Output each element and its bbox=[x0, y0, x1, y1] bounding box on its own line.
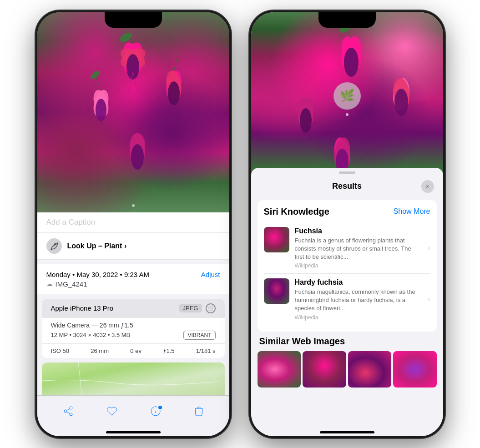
hardy-text: Hardy fuchsia Fuchsia magellanica, commo… bbox=[295, 278, 423, 321]
siri-knowledge-title: Siri Knowledge bbox=[264, 206, 329, 217]
like-button[interactable] bbox=[106, 406, 117, 417]
right-phone-inner: 🌿 Results bbox=[251, 12, 443, 436]
main-container: Add a Caption Look Up – Plant › bbox=[0, 0, 480, 448]
format-badge: JPEG bbox=[179, 304, 202, 312]
results-sheet: Results Siri Knowledge Show More bbox=[251, 168, 443, 436]
ev-value: 0 ev bbox=[130, 347, 141, 354]
siri-visual-overlay: 🌿 bbox=[333, 82, 361, 110]
iso-value: ISO 50 bbox=[51, 347, 69, 354]
knowledge-item-hardy[interactable]: Hardy fuchsia Fuchsia magellanica, commo… bbox=[264, 274, 430, 325]
similar-images-row bbox=[258, 351, 437, 388]
cloud-icon: ☁ bbox=[46, 280, 53, 287]
hardy-source: Wikipedia bbox=[295, 314, 423, 321]
fuchsia-source: Wikipedia bbox=[295, 262, 423, 269]
similar-image-4[interactable] bbox=[393, 351, 437, 388]
info-badge bbox=[157, 405, 163, 410]
similar-title: Similar Web Images bbox=[258, 336, 437, 347]
left-phone-inner: Add a Caption Look Up – Plant › bbox=[37, 12, 229, 436]
notch bbox=[105, 12, 162, 28]
right-phone: 🌿 Results bbox=[249, 10, 445, 438]
svg-point-18 bbox=[210, 307, 211, 309]
camera-specs-row: 12 MP • 3024 × 4032 • 3.5 MB VIBRANT bbox=[51, 331, 216, 340]
caption-placeholder[interactable]: Add a Caption bbox=[46, 218, 96, 227]
siri-section-header: Siri Knowledge Show More bbox=[264, 206, 430, 217]
right-photo-display: 🌿 bbox=[251, 12, 443, 185]
filename-row: ☁ IMG_4241 bbox=[46, 280, 220, 288]
siri-knowledge-section: Siri Knowledge Show More Fuchsia Fuchsia… bbox=[258, 200, 437, 332]
lookup-icon bbox=[46, 238, 62, 254]
lookup-section[interactable]: Look Up – Plant › bbox=[37, 233, 229, 260]
delete-button[interactable] bbox=[194, 406, 204, 417]
photo-display[interactable] bbox=[37, 12, 229, 212]
leaf-icon bbox=[50, 242, 59, 251]
fuchsia-description: Fuchsia is a genus of flowering plants t… bbox=[295, 237, 423, 262]
left-phone: Add a Caption Look Up – Plant › bbox=[35, 10, 231, 438]
date-row: Monday • May 30, 2022 • 9:23 AM Adjust bbox=[46, 271, 220, 278]
notch-right bbox=[318, 12, 376, 28]
camera-settings-icon bbox=[206, 303, 216, 313]
aperture-value: ƒ1.5 bbox=[163, 347, 174, 354]
device-name: Apple iPhone 13 Pro bbox=[51, 304, 114, 312]
info-section: Monday • May 30, 2022 • 9:23 AM Adjust ☁… bbox=[37, 264, 229, 294]
adjust-button[interactable]: Adjust bbox=[201, 271, 220, 278]
fuchsia-title: Fuchsia bbox=[295, 227, 423, 235]
siri-indicator-dot bbox=[346, 113, 349, 116]
camera-section: Apple iPhone 13 Pro JPEG Wide Camera — 2… bbox=[37, 299, 229, 358]
hardy-title: Hardy fuchsia bbox=[295, 278, 423, 287]
fuchsia-thumbnail bbox=[264, 227, 289, 252]
camera-type: Wide Camera — 26 mm ƒ1.5 bbox=[51, 322, 216, 329]
show-more-button[interactable]: Show More bbox=[394, 207, 430, 216]
lookup-text[interactable]: Look Up – Plant › bbox=[67, 242, 127, 250]
similar-image-1[interactable] bbox=[258, 351, 301, 388]
photo-background bbox=[37, 12, 229, 212]
hardy-thumb-img bbox=[264, 278, 289, 304]
similar-image-3[interactable] bbox=[348, 351, 392, 388]
vibrant-badge: VIBRANT bbox=[183, 331, 215, 340]
lookup-subject: Plant bbox=[104, 242, 122, 250]
home-indicator-right bbox=[320, 431, 374, 433]
similar-image-2[interactable] bbox=[303, 351, 346, 388]
hardy-chevron: › bbox=[428, 295, 430, 303]
lookup-chevron: › bbox=[124, 242, 126, 250]
share-button[interactable] bbox=[63, 406, 74, 417]
map-roads bbox=[42, 362, 225, 399]
shutter-value: 1/181 s bbox=[196, 347, 216, 354]
hardy-description: Fuchsia magellanica, commonly known as t… bbox=[295, 288, 423, 313]
camera-info-row: Wide Camera — 26 mm ƒ1.5 12 MP • 3024 × … bbox=[42, 318, 225, 343]
focal-value: 26 mm bbox=[91, 347, 109, 354]
results-title: Results bbox=[273, 181, 421, 191]
hardy-thumbnail bbox=[264, 278, 289, 304]
map-section[interactable] bbox=[42, 362, 225, 399]
knowledge-item-fuchsia[interactable]: Fuchsia Fuchsia is a genus of flowering … bbox=[264, 222, 430, 274]
bottom-toolbar bbox=[37, 395, 229, 436]
right-screen: 🌿 Results bbox=[251, 12, 443, 436]
fuchsia-chevron: › bbox=[428, 244, 430, 252]
camera-specs: 12 MP • 3024 × 4032 • 3.5 MB bbox=[51, 332, 131, 338]
exif-row: ISO 50 26 mm 0 ev ƒ1.5 1/181 s bbox=[42, 343, 225, 358]
info-button[interactable] bbox=[150, 406, 161, 417]
sheet-header: Results bbox=[251, 174, 443, 197]
fuchsia-thumb-img bbox=[264, 227, 289, 252]
similar-web-section: Similar Web Images bbox=[258, 336, 437, 388]
caption-area[interactable]: Add a Caption bbox=[37, 212, 229, 233]
left-screen: Add a Caption Look Up – Plant › bbox=[37, 12, 229, 436]
device-row: Apple iPhone 13 Pro JPEG bbox=[42, 299, 225, 318]
date-text: Monday • May 30, 2022 • 9:23 AM bbox=[46, 271, 149, 278]
home-indicator-left bbox=[106, 431, 161, 433]
filename-text: IMG_4241 bbox=[56, 280, 87, 288]
fuchsia-text: Fuchsia Fuchsia is a genus of flowering … bbox=[295, 227, 423, 269]
photo-page-indicator bbox=[132, 204, 135, 207]
close-button[interactable] bbox=[421, 180, 434, 193]
siri-leaf-icon: 🌿 bbox=[340, 89, 354, 103]
lookup-label: Look Up – bbox=[67, 242, 102, 250]
